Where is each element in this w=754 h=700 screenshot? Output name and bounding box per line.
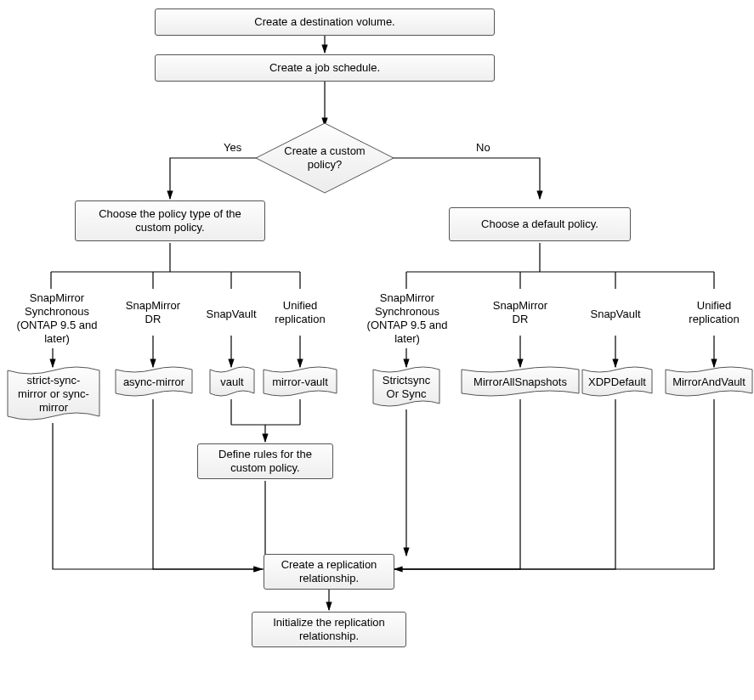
step-choose-custom-policy-type: Choose the policy type of the custom pol… xyxy=(75,200,265,241)
text: Strictsync Or Sync xyxy=(376,374,437,402)
doc-default-dr: MirrorAllSnapshots xyxy=(461,365,580,398)
text: SnapMirror Synchronous (ONTAP 9.5 and la… xyxy=(7,291,107,347)
text: Initialize the replication relationship. xyxy=(259,616,399,644)
step-choose-default-policy: Choose a default policy. xyxy=(449,207,631,241)
decision-create-custom-policy: Create a custom policy? xyxy=(255,122,394,194)
text: Choose the policy type of the custom pol… xyxy=(82,207,258,235)
text: Create a destination volume. xyxy=(254,15,394,29)
text: SnapMirror DR xyxy=(119,299,187,327)
label-custom-dr: SnapMirror DR xyxy=(119,296,187,330)
step-create-replication-relationship: Create a replication relationship. xyxy=(264,554,394,590)
text: Define rules for the custom policy. xyxy=(205,448,326,476)
label-yes: Yes xyxy=(224,141,241,154)
label-default-sync: SnapMirror Synchronous (ONTAP 9.5 and la… xyxy=(357,289,457,348)
text: XDPDefault xyxy=(585,375,649,389)
step-define-rules: Define rules for the custom policy. xyxy=(197,443,333,479)
doc-custom-dr: async-mirror xyxy=(115,365,193,398)
text: MirrorAndVault xyxy=(669,375,749,389)
doc-default-sync: Strictsync Or Sync xyxy=(372,365,440,408)
label-no: No xyxy=(476,141,490,154)
text: Create a replication relationship. xyxy=(271,558,387,586)
text: SnapMirror Synchronous (ONTAP 9.5 and la… xyxy=(357,291,457,347)
label-default-unified: Unified replication xyxy=(680,296,748,330)
doc-custom-unified: mirror-vault xyxy=(263,365,337,398)
text: mirror-vault xyxy=(269,375,332,389)
step-initialize-replication-relationship: Initialize the replication relationship. xyxy=(252,612,406,647)
label-default-dr: SnapMirror DR xyxy=(486,296,554,330)
label-custom-sync: SnapMirror Synchronous (ONTAP 9.5 and la… xyxy=(7,289,107,348)
step-create-destination: Create a destination volume. xyxy=(155,8,495,36)
text: Choose a default policy. xyxy=(481,217,598,231)
label-default-vault: SnapVault xyxy=(587,306,644,323)
doc-custom-sync: strict-sync-mirror or sync-mirror xyxy=(7,365,100,421)
text: Unified replication xyxy=(680,299,748,327)
text: strict-sync-mirror or sync-mirror xyxy=(11,374,96,415)
text: Create a custom policy? xyxy=(274,144,376,172)
step-create-job-schedule: Create a job schedule. xyxy=(155,54,495,82)
text: MirrorAllSnapshots xyxy=(470,375,570,389)
text: Create a job schedule. xyxy=(269,61,380,75)
doc-custom-vault: vault xyxy=(209,365,255,398)
label-custom-unified: Unified replication xyxy=(267,296,333,330)
text: SnapMirror DR xyxy=(486,299,554,327)
doc-default-vault: XDPDefault xyxy=(581,365,653,398)
text: Unified replication xyxy=(267,299,333,327)
text: SnapVault xyxy=(206,308,256,321)
doc-default-unified: MirrorAndVault xyxy=(665,365,753,398)
text: async-mirror xyxy=(120,375,188,389)
text: vault xyxy=(217,375,247,389)
label-custom-vault: SnapVault xyxy=(202,306,260,323)
text: SnapVault xyxy=(590,308,640,321)
